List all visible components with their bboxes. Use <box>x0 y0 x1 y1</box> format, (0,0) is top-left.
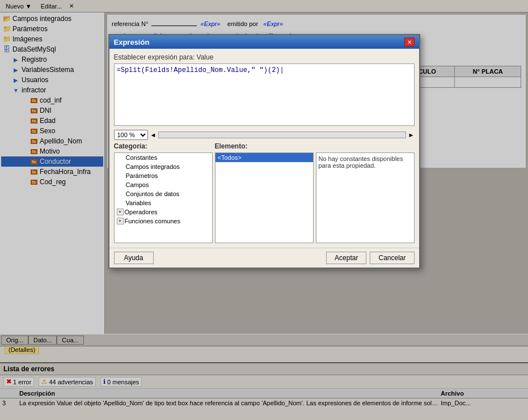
category-label: Campos <box>126 181 149 188</box>
expression-dialog: Expresión ✕ Establecer expresión para: V… <box>108 34 420 269</box>
category-item[interactable]: +Operadores <box>115 207 212 217</box>
category-item[interactable]: Constantes <box>115 153 212 162</box>
category-item[interactable]: Variables <box>115 198 212 207</box>
desc-label <box>316 142 415 150</box>
zoom-row: 100 % ◄ ► <box>114 130 415 140</box>
category-item[interactable]: Campos integrados <box>115 162 212 171</box>
dialog-footer-right: Aceptar Cancelar <box>326 252 414 264</box>
cancelar-button[interactable]: Cancelar <box>370 252 414 264</box>
category-label: Parámetros <box>126 172 158 179</box>
category-label: Conjuntos de datos <box>126 190 180 197</box>
dialog-title-text: Expresión <box>114 38 150 46</box>
establecer-label: Establecer expresión para: Value <box>114 53 415 61</box>
element-item[interactable]: <Todos> <box>216 153 313 162</box>
dialog-body: Establecer expresión para: Value =Split(… <box>109 49 419 248</box>
ayuda-button[interactable]: Ayuda <box>114 252 154 264</box>
expand-icon[interactable]: + <box>117 218 124 224</box>
category-label: Operadores <box>125 209 158 215</box>
dialog-title-bar: Expresión ✕ <box>109 35 419 49</box>
zoom-select[interactable]: 100 % <box>114 130 148 140</box>
category-label: Campos integrados <box>126 163 180 170</box>
element-list[interactable]: <Todos> <box>215 152 314 243</box>
category-label: Variables <box>126 200 151 206</box>
zoom-scroll-left[interactable]: ◄ <box>150 131 157 138</box>
category-label: Constantes <box>126 154 158 161</box>
category-item[interactable]: Conjuntos de datos <box>115 189 212 198</box>
category-section: Categoría: ConstantesCampos integradosPa… <box>114 142 213 243</box>
category-item[interactable]: Parámetros <box>115 171 212 180</box>
element-section: Elemento: <Todos> <box>215 142 314 243</box>
description-box: No hay constantes disponibles para esta … <box>316 152 415 243</box>
description-section: No hay constantes disponibles para esta … <box>316 142 415 243</box>
categoria-label: Categoría: <box>114 142 213 150</box>
modal-overlay: Expresión ✕ Establecer expresión para: V… <box>0 0 528 420</box>
expand-icon[interactable]: + <box>117 209 124 215</box>
aceptar-button[interactable]: Aceptar <box>326 252 366 264</box>
category-item[interactable]: Campos <box>115 180 212 189</box>
dialog-sections: Categoría: ConstantesCampos integradosPa… <box>114 142 415 243</box>
category-item[interactable]: +Funciones comunes <box>115 217 212 226</box>
expr-scrollbar[interactable] <box>158 131 405 138</box>
dialog-footer: Ayuda Aceptar Cancelar <box>109 248 419 268</box>
expression-editor[interactable]: =Split(Fields!Apellido_Nom.Value," ")(2)… <box>114 63 415 126</box>
category-list[interactable]: ConstantesCampos integradosParámetrosCam… <box>114 152 213 243</box>
elemento-label: Elemento: <box>215 142 314 150</box>
category-label: Funciones comunes <box>125 218 180 224</box>
zoom-scroll-right[interactable]: ► <box>408 131 415 138</box>
dialog-close-button[interactable]: ✕ <box>404 37 415 46</box>
